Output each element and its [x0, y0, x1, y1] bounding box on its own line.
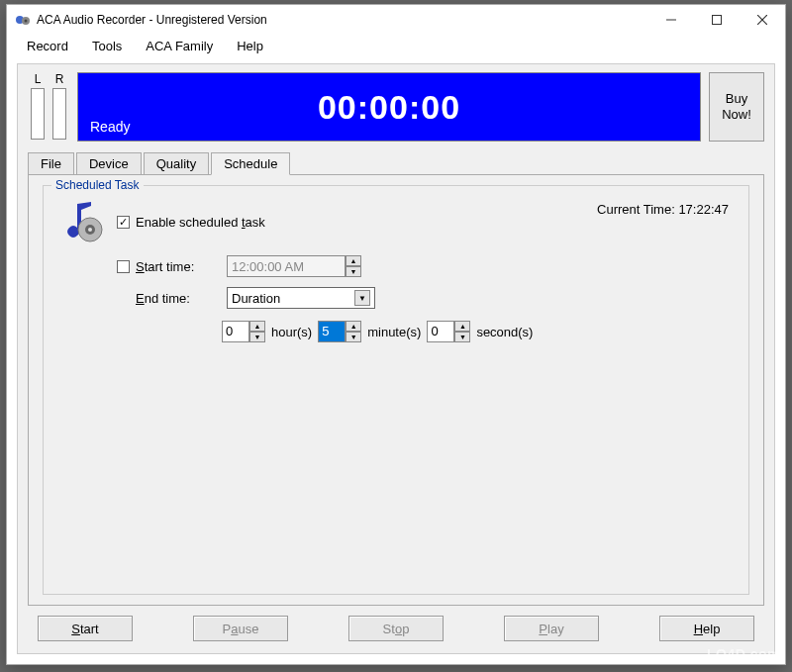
menu-help[interactable]: Help	[225, 37, 275, 55]
seconds-label: second(s)	[476, 325, 533, 339]
spin-up-icon[interactable]: ▲	[346, 321, 361, 332]
status-text: Ready	[90, 119, 130, 135]
meter-right-bar	[52, 88, 66, 140]
start-time-value: 12:00:00 AM	[227, 255, 346, 277]
content-panel: L R Ready 00:00:00 Buy Now! File Device	[17, 63, 775, 654]
buy-now-button[interactable]: Buy Now!	[709, 72, 764, 142]
end-time-combo[interactable]: Duration ▼	[227, 287, 375, 309]
tabs-container: File Device Quality Schedule Scheduled T…	[28, 151, 764, 606]
seconds-spinner[interactable]: 0 ▲▼	[427, 321, 470, 342]
spin-down-icon[interactable]: ▼	[454, 332, 470, 342]
end-time-row: End time: Duration ▼	[117, 287, 735, 309]
tab-body-schedule: Scheduled Task Current Time: 17:22:47	[28, 174, 764, 606]
start-time-spin-buttons[interactable]: ▲ ▼	[346, 255, 361, 277]
chevron-down-icon: ▼	[354, 290, 370, 306]
timer-text: 00:00:00	[318, 88, 460, 127]
app-window: ACA Audio Recorder - Unregistered Versio…	[6, 4, 786, 665]
hours-label: hour(s)	[271, 325, 312, 339]
minutes-label: minute(s)	[367, 325, 421, 339]
play-button[interactable]: Play	[504, 616, 599, 641]
tab-file[interactable]: File	[28, 152, 74, 175]
window-title: ACA Audio Recorder - Unregistered Versio…	[37, 13, 648, 27]
enable-label: Enable scheduled task	[136, 215, 265, 230]
current-time-label: Current Time:	[597, 202, 675, 217]
spin-up-icon[interactable]: ▲	[454, 321, 470, 332]
status-row: L R Ready 00:00:00 Buy Now!	[28, 72, 764, 142]
duration-row: 0 ▲▼ hour(s) 5 ▲▼ minute(s) 0 ▲▼	[222, 321, 735, 342]
level-meters: L R	[28, 72, 69, 142]
start-time-checkbox[interactable]	[117, 260, 130, 273]
minimize-button[interactable]	[648, 5, 694, 35]
menu-tools[interactable]: Tools	[80, 37, 134, 55]
spin-down-icon[interactable]: ▼	[346, 266, 361, 277]
app-icon	[15, 12, 31, 28]
current-time-value: 17:22:47	[678, 202, 729, 217]
titlebar: ACA Audio Recorder - Unregistered Versio…	[7, 5, 785, 35]
window-controls	[648, 5, 785, 35]
svg-rect-4	[713, 16, 722, 25]
end-time-value: Duration	[232, 291, 280, 306]
end-time-label: End time:	[136, 291, 215, 306]
watermark: LO4D.com	[707, 646, 780, 662]
scheduled-task-group: Scheduled Task Current Time: 17:22:47	[43, 185, 749, 595]
tab-schedule[interactable]: Schedule	[211, 152, 290, 175]
enable-checkbox[interactable]: ✓	[117, 216, 130, 229]
menubar: Record Tools ACA Family Help	[7, 35, 785, 59]
menu-aca-family[interactable]: ACA Family	[134, 37, 225, 55]
recording-display: Ready 00:00:00	[77, 72, 701, 142]
spin-up-icon[interactable]: ▲	[249, 321, 265, 332]
svg-point-2	[25, 20, 28, 23]
meter-left: L	[28, 72, 48, 140]
schedule-icon	[57, 198, 105, 245]
maximize-icon	[712, 15, 722, 25]
start-time-row: Start time: 12:00:00 AM ▲ ▼	[117, 255, 735, 277]
tab-strip: File Device Quality Schedule	[28, 152, 764, 175]
minutes-spinner[interactable]: 5 ▲▼	[318, 321, 361, 342]
svg-point-9	[88, 228, 92, 232]
hours-value[interactable]: 0	[222, 321, 249, 342]
tab-quality[interactable]: Quality	[144, 152, 209, 175]
meter-right-label: R	[55, 72, 64, 88]
close-button[interactable]	[740, 5, 785, 35]
current-time: Current Time: 17:22:47	[597, 202, 729, 217]
meter-left-label: L	[35, 72, 42, 88]
maximize-button[interactable]	[694, 5, 740, 35]
meter-right: R	[50, 72, 69, 140]
spin-down-icon[interactable]: ▼	[346, 332, 361, 342]
minimize-icon	[666, 15, 676, 25]
start-time-label: Start time:	[136, 259, 215, 274]
minutes-value[interactable]: 5	[318, 321, 346, 342]
meter-left-bar	[31, 88, 45, 140]
help-button[interactable]: Help	[659, 616, 754, 641]
seconds-value[interactable]: 0	[427, 321, 454, 342]
stop-button[interactable]: Stop	[348, 616, 444, 641]
start-time-spinner[interactable]: 12:00:00 AM ▲ ▼	[227, 255, 361, 277]
close-icon	[757, 15, 767, 25]
menu-record[interactable]: Record	[15, 37, 80, 55]
action-button-row: Start Pause Stop Play Help	[38, 616, 754, 641]
buy-now-label: Buy Now!	[710, 91, 763, 122]
group-legend: Scheduled Task	[51, 178, 144, 192]
tab-device[interactable]: Device	[76, 152, 142, 175]
start-button[interactable]: Start	[38, 616, 133, 641]
spin-down-icon[interactable]: ▼	[249, 332, 265, 342]
hours-spinner[interactable]: 0 ▲▼	[222, 321, 265, 342]
pause-button[interactable]: Pause	[193, 616, 288, 641]
spin-up-icon[interactable]: ▲	[346, 255, 361, 266]
